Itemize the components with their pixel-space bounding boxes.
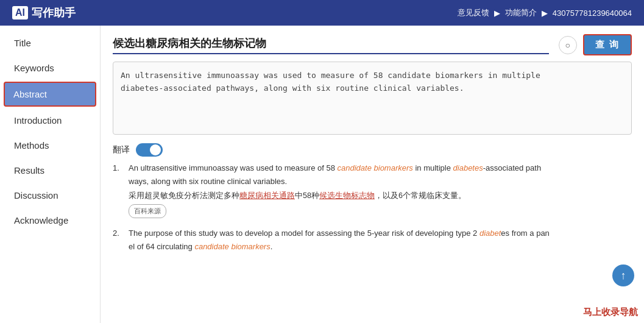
abstract-textarea[interactable]: An ultrasensitive immunoassay was used t… <box>113 62 632 135</box>
result-content-1: An ultrasensitive immunoassay was used t… <box>129 162 632 218</box>
result-text-1b: in multiple <box>413 163 453 172</box>
cn-text-1b: 中58种 <box>295 191 319 200</box>
scroll-top-button[interactable]: ↑ <box>612 264 634 286</box>
sidebar-item-methods[interactable]: Methods <box>0 133 100 158</box>
result-highlight-1b: diabetes <box>453 163 483 172</box>
result-item-1: 1. An ultrasensitive immunoassay was use… <box>113 162 632 218</box>
nav-sep1: ▶ <box>494 9 500 18</box>
translation-toggle[interactable] <box>136 143 163 157</box>
translation-row: 翻译 <box>113 143 632 157</box>
result-item-2: 2. The purpose of this study was to deve… <box>113 227 632 254</box>
result-highlight-2b: candidate biomarkers <box>194 242 270 251</box>
cn-translation-1: 采用超灵敏免疫分析法测定多种糖尿病相关通路中58种候选生物标志物，以及6个常规临… <box>129 190 632 202</box>
sidebar: Title Keywords Abstract Introduction Met… <box>0 26 101 323</box>
toggle-knob <box>150 144 161 155</box>
cn-highlight-1b: 候选生物标志物 <box>319 191 375 200</box>
result-text-2a: The purpose of this study was to develop… <box>129 229 479 238</box>
cn-highlight-1a: 糖尿病相关通路 <box>239 191 295 200</box>
result-text-2c: . <box>271 242 273 251</box>
sidebar-item-abstract[interactable]: Abstract <box>4 82 96 107</box>
sidebar-item-discussion[interactable]: Discussion <box>0 183 100 208</box>
title-row: 候选出糖尿病相关的生物标记物 ○ 查 询 <box>113 34 632 55</box>
cn-text-1a: 采用超灵敏免疫分析法测定多种 <box>129 191 239 200</box>
result-list: 1. An ultrasensitive immunoassay was use… <box>113 162 632 254</box>
header: AI 写作助手 意见反馈 ▶ 功能简介 ▶ 43075778123964006​… <box>0 0 644 26</box>
result-highlight-1a: candidate biomarkers <box>338 163 413 172</box>
circle-icon-btn[interactable]: ○ <box>559 36 577 54</box>
sidebar-item-title[interactable]: Title <box>0 30 100 55</box>
sidebar-item-results[interactable]: Results <box>0 158 100 183</box>
nav-feedback[interactable]: 意见反馈 <box>458 7 489 18</box>
title-actions: ○ 查 询 <box>559 34 632 55</box>
logo-ai-box: AI <box>12 6 28 20</box>
logo-text: 写作助手 <box>32 5 76 20</box>
nav-features[interactable]: 功能简介 <box>505 7 537 18</box>
source-badge-1[interactable]: 百科来源 <box>129 204 166 218</box>
nav-id: 43075778123964006​4 <box>553 9 632 18</box>
sidebar-item-introduction[interactable]: Introduction <box>0 108 100 133</box>
header-nav: 意见反馈 ▶ 功能简介 ▶ 43075778123964006​4 <box>458 7 632 18</box>
sidebar-item-keywords[interactable]: Keywords <box>0 55 100 80</box>
result-highlight-2a: diabet <box>479 229 501 238</box>
result-num-1: 1. <box>113 162 124 218</box>
paper-title: 候选出糖尿病相关的生物标记物 <box>113 36 549 54</box>
sidebar-item-acknowledge[interactable]: Acknowledge <box>0 208 100 233</box>
watermark: 马上收录导航 <box>583 307 638 318</box>
content-area: 候选出糖尿病相关的生物标记物 ○ 查 询 An ultrasensitive i… <box>101 26 644 323</box>
main-layout: Title Keywords Abstract Introduction Met… <box>0 26 644 323</box>
nav-sep2: ▶ <box>542 9 548 18</box>
result-num-2: 2. <box>113 227 124 254</box>
cn-text-1c: ，以及6个常规临床支量。 <box>375 191 466 200</box>
logo: AI 写作助手 <box>12 5 76 20</box>
result-content-2: The purpose of this study was to develop… <box>129 227 632 254</box>
result-text-1a: An ultrasensitive immunoassay was used t… <box>129 163 338 172</box>
translation-label: 翻译 <box>113 144 130 155</box>
query-button[interactable]: 查 询 <box>583 34 632 55</box>
